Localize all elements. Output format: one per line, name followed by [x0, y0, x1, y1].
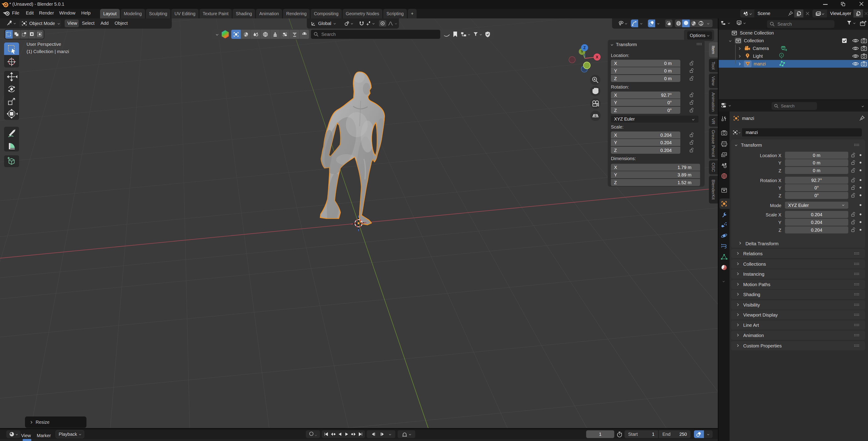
- svg-text:Z: Z: [583, 46, 586, 50]
- svg-text:X: X: [596, 55, 598, 59]
